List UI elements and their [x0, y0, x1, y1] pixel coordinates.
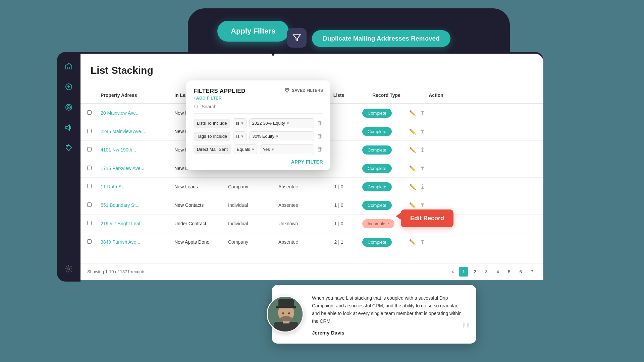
filter-label-1: Lists To Include [194, 119, 230, 128]
row-address[interactable]: 3840 Parrish Ave... [101, 239, 174, 245]
row-actions: ✏️ 🗑 [406, 128, 439, 135]
page-btn-1[interactable]: 1 [459, 267, 468, 277]
row-address[interactable]: 20 Mainview Ave... [101, 110, 174, 116]
row-actions: ✏️ 🗑 [406, 202, 439, 208]
row-record: Complete [352, 165, 406, 171]
row-checkbox[interactable] [87, 184, 101, 190]
row-tags: Absentee [278, 184, 325, 189]
delete-icon[interactable]: 🗑 [420, 239, 425, 245]
row-address[interactable]: 2245 Mainview Ave... [101, 129, 174, 134]
table-row: 3840 Parrish Ave... New Appts Done Compa… [80, 233, 543, 251]
row-lists: 1 | 0 [325, 202, 352, 208]
page-btn-7[interactable]: 7 [527, 267, 537, 277]
edit-icon[interactable]: ✏️ [409, 110, 416, 116]
sidebar-icon-download[interactable] [63, 81, 75, 93]
row-actions: ✏️ 🗑 [406, 239, 439, 245]
edit-icon[interactable]: ✏️ [409, 239, 416, 245]
delete-icon[interactable]: 🗑 [420, 128, 425, 134]
duplicate-mailing-badge[interactable]: Duplicate Mailing Addresses Removed [312, 30, 450, 47]
row-lists: 2 | 1 [325, 239, 352, 245]
page-btn-2[interactable]: 2 [470, 267, 480, 277]
row-record: Complete [352, 239, 406, 245]
row-checkbox[interactable] [87, 221, 101, 227]
filter-search-input[interactable] [202, 104, 323, 109]
row-checkbox[interactable] [87, 239, 101, 245]
page-btn-3[interactable]: 3 [482, 267, 491, 277]
row-record: Complete [352, 128, 406, 134]
table-row: 11 Ruth St... New Leads Company Absentee… [80, 178, 543, 196]
row-address[interactable]: 11 Ruth St... [101, 184, 174, 189]
saved-filters-btn[interactable]: SAVED FILTERS [284, 88, 323, 93]
page-btn-4[interactable]: 4 [493, 267, 502, 277]
row-leads: New Leads [174, 184, 228, 189]
delete-icon[interactable]: 🗑 [420, 110, 425, 116]
sidebar-icon-target[interactable] [63, 101, 75, 113]
row-record: Complete [352, 147, 406, 153]
filter-delete-2[interactable]: 🗑 [317, 133, 323, 140]
row-checkbox[interactable] [87, 128, 101, 134]
filter-search [194, 104, 323, 114]
sidebar-icon-home[interactable] [63, 60, 75, 72]
filter-row-1: Lists To Include Is ▾ 2022 30% Equity ▾ … [194, 118, 323, 128]
page-btn-5[interactable]: 5 [504, 267, 514, 277]
row-address[interactable]: 219 # 7 Bright Leaf... [101, 221, 174, 226]
row-address[interactable]: 551 Boundary St... [101, 202, 174, 208]
testimonial-author: Jeremy Davis [312, 330, 466, 336]
svg-point-5 [68, 268, 70, 270]
apply-filters-button[interactable]: Apply Filters [217, 21, 289, 42]
testimonial-card: When you have List-stacking that is coup… [272, 285, 476, 344]
apply-filters-arrow [268, 50, 278, 56]
page-btn-6[interactable]: 6 [516, 267, 525, 277]
badge-complete: Complete [362, 164, 392, 173]
add-filter-link[interactable]: +ADD FILTER [194, 96, 246, 101]
sidebar [57, 54, 80, 282]
edit-icon[interactable]: ✏️ [409, 202, 416, 208]
filter-value-2[interactable]: 30% Equity ▾ [249, 131, 314, 141]
pagination-info: Showing 1-10 of 1371 records [87, 269, 449, 274]
col-header-record: Record Type [352, 93, 419, 98]
row-tags: Absentee [278, 239, 325, 245]
sidebar-icon-megaphone[interactable] [63, 122, 75, 134]
row-checkbox[interactable] [87, 110, 101, 116]
badge-complete: Complete [362, 109, 392, 118]
row-checkbox[interactable] [87, 202, 101, 208]
sidebar-icon-settings[interactable] [63, 263, 75, 275]
svg-point-14 [288, 312, 290, 314]
delete-icon[interactable]: 🗑 [420, 184, 425, 190]
pagination-prev[interactable]: < [449, 268, 457, 276]
filter-delete-3[interactable]: 🗑 [317, 146, 323, 153]
delete-icon[interactable]: 🗑 [420, 202, 425, 208]
pagination: Showing 1-10 of 1371 records < 1 2 3 4 5… [80, 263, 543, 280]
delete-icon[interactable]: 🗑 [420, 165, 425, 171]
svg-point-13 [282, 312, 284, 314]
row-actions: ✏️ 🗑 [406, 184, 439, 190]
filter-icon-button[interactable] [287, 28, 307, 48]
filter-op-3[interactable]: Equals ▾ [234, 144, 257, 154]
edit-icon[interactable]: ✏️ [409, 165, 416, 172]
edit-icon[interactable]: ✏️ [409, 128, 416, 135]
row-address[interactable]: 4101 Nw 190th... [101, 147, 174, 153]
filter-op-2[interactable]: Is ▾ [233, 131, 247, 141]
row-address[interactable]: 1715 Parkview Ave... [101, 166, 174, 171]
delete-icon[interactable]: 🗑 [420, 147, 425, 153]
svg-point-3 [68, 107, 69, 108]
filter-value-3[interactable]: Yes ▾ [260, 144, 315, 154]
edit-icon[interactable]: ✏️ [409, 184, 416, 190]
row-lists: 1 | 0 [325, 221, 352, 226]
apply-filter-btn[interactable]: APPY FILTER [291, 159, 323, 165]
saved-filters-icon [284, 88, 290, 93]
row-checkbox[interactable] [87, 165, 101, 171]
edit-record-button[interactable]: Edit Record [401, 209, 453, 227]
row-checkbox[interactable] [87, 147, 101, 153]
svg-point-15 [280, 316, 292, 321]
edit-icon[interactable]: ✏️ [409, 147, 416, 153]
filter-delete-1[interactable]: 🗑 [317, 120, 323, 127]
row-owner: Individual [228, 221, 278, 226]
filter-op-1[interactable]: Is ▾ [233, 118, 246, 128]
filter-value-1[interactable]: 2022 30% Equity ▾ [249, 118, 315, 128]
row-leads: Under Contract [174, 221, 228, 226]
badge-complete: Complete [362, 127, 392, 136]
filter-row-3: Direct Mail Sent Equals ▾ Yes ▾ 🗑 [194, 144, 323, 154]
row-owner: Company [228, 239, 278, 245]
sidebar-icon-tag[interactable] [63, 142, 75, 154]
